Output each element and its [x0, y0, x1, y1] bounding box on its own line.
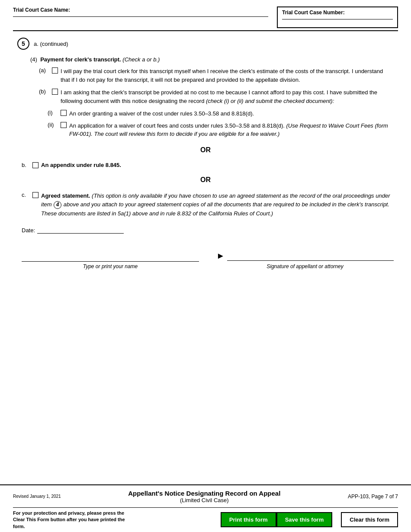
or-divider-1: OR [17, 146, 394, 154]
footer-form-num: APP-103, Page 7 of 7 [348, 494, 398, 500]
item-b-label: b. [22, 162, 32, 168]
sub-item-b: (b) I am asking that the clerk's transcr… [39, 88, 394, 105]
arrow-icon: ► [216, 251, 225, 261]
checkbox-a[interactable] [52, 67, 58, 74]
print-button[interactable]: Print this form [221, 512, 276, 527]
checkbox-b-appendix[interactable] [32, 162, 39, 168]
footer: Revised January 1, 2021 Appellant's Noti… [0, 484, 411, 532]
sub-sub-ii-text: An application for a waiver of court fee… [69, 122, 394, 138]
footer-title: Appellant's Notice Designating Record on… [61, 490, 348, 503]
item-c-text: Agreed statement. (This option is only a… [41, 192, 394, 218]
footer-privacy-text: For your protection and privacy, please … [13, 510, 125, 530]
date-label: Date: [22, 227, 35, 234]
sub-item-b-label: (b) [39, 88, 52, 95]
sub-sub-ii-label: (ii) [48, 122, 61, 128]
date-input[interactable] [37, 233, 124, 234]
name-signature-block: Type or print your name [22, 261, 199, 269]
save-button[interactable]: Save this form [276, 512, 333, 527]
clear-button[interactable]: Clear this form [341, 512, 398, 527]
footer-buttons: Print this form Save this form Clear thi… [221, 512, 398, 527]
item-b-text: An appendix under rule 8.845. [41, 162, 121, 168]
sub-item-b-text: I am asking that the clerk's transcript … [61, 88, 394, 105]
date-section: Date: [22, 227, 394, 234]
checkbox-b[interactable] [52, 89, 58, 95]
checkbox-ii[interactable] [61, 122, 67, 128]
checkbox-c[interactable] [32, 192, 39, 198]
item-b: b. An appendix under rule 8.845. [22, 162, 394, 168]
section-5-label: a. (continued) [34, 41, 68, 47]
sub-item-a: (a) I will pay the trial court clerk for… [39, 67, 394, 84]
sub-sub-item-i: (i) An order granting a waiver of the co… [48, 109, 394, 118]
signature-section: Type or print your name ► Signature of a… [22, 251, 394, 269]
sub-sub-i-text: An order granting a waiver of the cost u… [69, 109, 394, 118]
footer-title-sub: (Limited Civil Case) [61, 497, 348, 503]
case-number-input[interactable] [282, 19, 393, 19]
item-c: c. Agreed statement. (This option is onl… [22, 192, 394, 218]
sub-item-a-text: I will pay the trial court clerk for thi… [61, 67, 394, 84]
name-caption: Type or print your name [83, 263, 138, 269]
sig-block-right: ► Signature of appellant or attorney [216, 251, 394, 269]
case-number-label: Trial Court Case Number: [282, 10, 393, 16]
sub-item-a-label: (a) [39, 67, 52, 74]
or-divider-2: OR [17, 176, 394, 184]
sig-caption: Signature of appellant or attorney [267, 263, 343, 269]
case-name-line [13, 16, 268, 17]
item-c-label: c. [22, 192, 32, 198]
case-name-label: Trial Court Case Name: [13, 7, 70, 13]
name-line[interactable] [22, 261, 199, 262]
checkbox-i[interactable] [61, 110, 67, 116]
footer-revised: Revised January 1, 2021 [13, 494, 61, 499]
sub-sub-i-label: (i) [48, 109, 61, 116]
sub-sub-item-ii: (ii) An application for a waiver of cour… [48, 122, 394, 138]
section-number-circle: 5 [17, 38, 29, 50]
footer-title-main: Appellant's Notice Designating Record on… [61, 490, 348, 497]
item-4-header: (4) Payment for clerk's transcript. (Che… [30, 56, 394, 63]
